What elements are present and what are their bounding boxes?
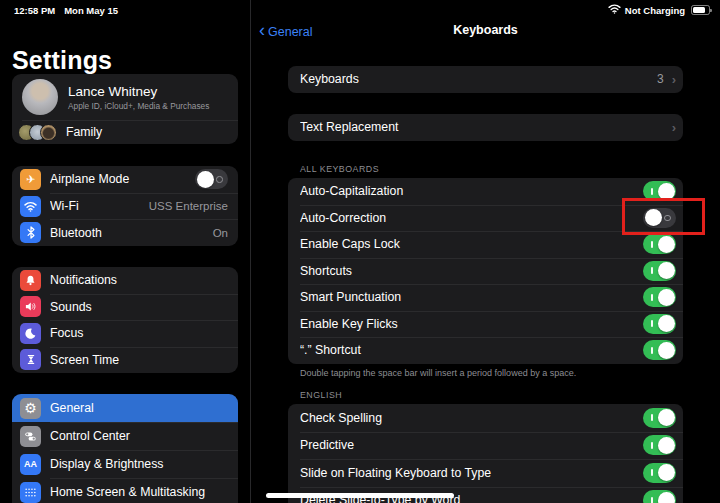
enable-key-flicks-toggle[interactable] (643, 314, 676, 334)
home-screen-grid-icon (20, 482, 41, 503)
bluetooth-state-value: On (213, 227, 228, 239)
chevron-right-icon: › (672, 121, 676, 134)
settings-sidebar: Settings Lance Whitney Apple ID, iCloud+… (0, 20, 250, 503)
sidebar-item-sounds[interactable]: Sounds (12, 294, 238, 321)
wifi-network-value: USS Enterprise (149, 200, 228, 212)
gear-icon: ⚙ (20, 398, 41, 419)
chevron-right-icon: › (672, 73, 676, 86)
sidebar-item-home-screen[interactable]: Home Screen & Multitasking (12, 478, 238, 503)
sidebar-item-airplane-mode[interactable]: ✈ Airplane Mode (12, 166, 238, 193)
airplane-icon: ✈ (20, 169, 41, 190)
bluetooth-icon (20, 222, 41, 243)
section-footer: Double tapping the space bar will insert… (300, 368, 683, 378)
period-shortcut-toggle[interactable] (643, 340, 676, 360)
sidebar-item-general[interactable]: ⚙ General (12, 394, 238, 422)
delete-slide-to-type-toggle[interactable] (643, 490, 676, 503)
family-avatars (18, 124, 57, 141)
apple-id-card: Lance Whitney Apple ID, iCloud+, Media &… (12, 74, 238, 144)
shortcuts-toggle[interactable] (643, 261, 676, 281)
panel-title: Keyboards (251, 23, 720, 37)
check-spelling-toggle[interactable] (643, 408, 676, 428)
slide-to-type-row[interactable]: Slide on Floating Keyboard to Type (288, 459, 683, 487)
predictive-toggle[interactable] (643, 435, 676, 455)
keyboards-count: 3 (657, 72, 664, 86)
check-spelling-row[interactable]: Check Spelling (288, 404, 683, 432)
avatar (22, 79, 58, 115)
family-label: Family (66, 125, 102, 139)
general-group-card: ⚙ General Control Center AA Display & Br… (12, 394, 238, 503)
sidebar-item-display-brightness[interactable]: AA Display & Brightness (12, 450, 238, 478)
sidebar-item-bluetooth[interactable]: Bluetooth On (12, 219, 238, 246)
sidebar-item-focus[interactable]: Focus (12, 320, 238, 347)
sidebar-item-notifications[interactable]: Notifications (12, 267, 238, 294)
text-replacement-row[interactable]: Text Replacement › (288, 114, 683, 141)
english-card: Check Spelling Predictive Slide on Float… (288, 404, 683, 503)
shortcuts-row[interactable]: Shortcuts (288, 258, 683, 285)
enable-caps-lock-toggle[interactable] (643, 234, 676, 254)
profile-name: Lance Whitney (68, 84, 209, 99)
section-header-english: ENGLISH (300, 390, 683, 400)
display-brightness-icon: AA (20, 454, 41, 475)
enable-key-flicks-row[interactable]: Enable Key Flicks (288, 311, 683, 338)
notifications-icon (20, 270, 41, 291)
date: Mon May 15 (64, 5, 118, 16)
predictive-row[interactable]: Predictive (288, 432, 683, 460)
keyboards-row[interactable]: Keyboards 3 › (288, 66, 683, 93)
sidebar-item-control-center[interactable]: Control Center (12, 422, 238, 450)
focus-moon-icon (20, 323, 41, 344)
keyboards-panel: ‹ General Keyboards Keyboards 3 › Text R… (250, 0, 720, 503)
connectivity-card: ✈ Airplane Mode Wi-Fi USS Enterprise Blu… (12, 166, 238, 246)
sounds-icon (20, 296, 41, 317)
wifi-icon (20, 196, 41, 217)
period-shortcut-row[interactable]: “.” Shortcut (288, 337, 683, 364)
clock: 12:58 PM (14, 5, 55, 16)
smart-punctuation-toggle[interactable] (643, 287, 676, 307)
annotation-highlight-box (622, 198, 705, 235)
section-header-all-keyboards: ALL KEYBOARDS (300, 164, 683, 174)
slide-to-type-toggle[interactable] (643, 463, 676, 483)
sidebar-item-family[interactable]: Family (12, 120, 238, 144)
sidebar-item-wifi[interactable]: Wi-Fi USS Enterprise (12, 193, 238, 220)
apple-id-row[interactable]: Lance Whitney Apple ID, iCloud+, Media &… (12, 74, 238, 120)
notifications-card: Notifications Sounds Focus (12, 267, 238, 373)
sidebar-item-screen-time[interactable]: Screen Time (12, 347, 238, 374)
page-title: Settings (12, 46, 112, 75)
profile-subtitle: Apple ID, iCloud+, Media & Purchases (68, 101, 209, 111)
home-indicator[interactable] (266, 493, 454, 498)
control-center-icon (20, 426, 41, 447)
airplane-mode-toggle[interactable] (195, 169, 228, 189)
smart-punctuation-row[interactable]: Smart Punctuation (288, 284, 683, 311)
screen-time-hourglass-icon (20, 349, 41, 370)
